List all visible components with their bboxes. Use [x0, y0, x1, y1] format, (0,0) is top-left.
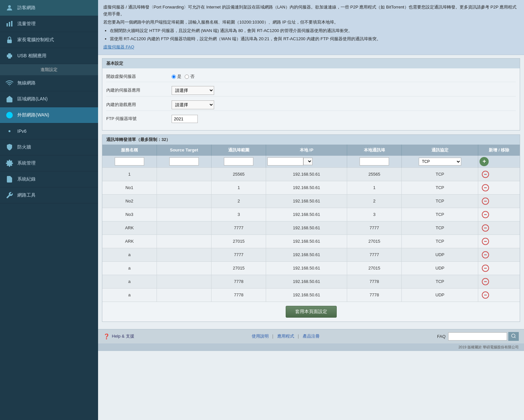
row-service: a [102, 275, 157, 288]
footer: ❓ Help & 支援 使用說明 ｜ 應用程式 ｜ 產品注冊 FAQ [98, 329, 524, 343]
info-desc2: 若您要為同一個網路中的用戶端指定埠範圍，請輸入服務名稱、埠範圍（10200:10… [103, 19, 519, 26]
footer-link-manual[interactable]: 使用說明 [252, 334, 269, 339]
new-local-port-input[interactable] [360, 157, 389, 166]
enable-yes-radio[interactable] [172, 75, 176, 79]
sidebar-item-sysadmin[interactable]: 系統管理 [0, 155, 98, 171]
sidebar-item-visitor-network[interactable]: 訪客網路 [0, 0, 98, 16]
row-port-range: 27015 [211, 261, 266, 275]
table-row: 1 25565 192.168.50.61 25565 TCP [102, 167, 520, 181]
enable-no-radio[interactable] [185, 75, 189, 79]
remove-rule-button[interactable] [481, 197, 490, 206]
sidebar-label: 防火牆 [17, 144, 31, 150]
sidebar-item-lan[interactable]: 區域網路(LAN) [0, 91, 98, 107]
sidebar-item-syslog[interactable]: 系統紀錄 [0, 171, 98, 187]
enable-yes-label: 是 [177, 74, 181, 79]
row-protocol: TCP [402, 181, 478, 194]
row-service: a [102, 261, 157, 275]
svg-rect-4 [7, 40, 12, 43]
enable-no-label: 否 [190, 74, 194, 79]
footer-search-button[interactable] [508, 332, 519, 341]
wifi-icon [5, 79, 14, 88]
remove-rule-button[interactable] [481, 223, 490, 233]
row-source [157, 167, 211, 181]
remove-rule-button[interactable] [481, 290, 490, 300]
new-service-input[interactable] [115, 157, 144, 166]
network-icon [5, 127, 14, 136]
table-row: No2 2 192.168.50.61 2 TCP [102, 194, 520, 208]
enable-yes-option[interactable]: 是 [172, 74, 181, 79]
new-protocol-select[interactable]: TCP UDP BOTH [419, 158, 461, 166]
input-row: ▼ TCP UDP BOTH [102, 156, 520, 168]
row-source [157, 194, 211, 208]
svg-rect-3 [11, 21, 12, 26]
new-port-range-input[interactable] [224, 157, 253, 166]
enable-no-option[interactable]: 否 [185, 74, 194, 79]
remove-rule-button[interactable] [481, 277, 490, 286]
table-row: ARK 27015 192.168.50.61 27015 TCP [102, 235, 520, 248]
sidebar-item-firewall[interactable]: 防火牆 [0, 139, 98, 155]
home-icon [5, 95, 14, 104]
sidebar-item-nettools[interactable]: 網路工具 [0, 187, 98, 203]
faq-link[interactable]: 虛擬伺服器 FAQ [103, 44, 134, 49]
col-service: 服務名稱 [102, 145, 157, 156]
builtin-server-select[interactable]: 請選擇 [172, 86, 214, 95]
col-action: 新增 / 移除 [478, 145, 520, 156]
footer-link-apps[interactable]: 應用程式 [277, 334, 294, 339]
sidebar-item-parental[interactable]: 家長電腦控制程式 [0, 32, 98, 48]
row-local-ip: 192.168.50.61 [266, 194, 347, 208]
row-local-port: 7777 [347, 248, 402, 261]
row-local-port: 7777 [347, 221, 402, 235]
row-source [157, 181, 211, 194]
builtin-game-label: 內建的遊戲應用 [106, 102, 172, 108]
builtin-game-select[interactable]: 請選擇 [172, 100, 214, 109]
sidebar-label: 外部網路(WAN) [17, 112, 49, 118]
sidebar-item-wireless[interactable]: 無線網路 [0, 75, 98, 91]
ftp-port-input[interactable] [172, 115, 198, 123]
svg-line-32 [515, 337, 516, 338]
lock-icon [5, 35, 14, 44]
remove-rule-button[interactable] [481, 237, 490, 246]
info-note2: 當使用 RT-AC1200 內建的 FTP 伺服器功能時，設定外網（WAN 端）… [110, 36, 519, 43]
main-content: 虛擬伺服器 / 通訊埠轉發〈Port Forwarding〉可允許在 Inter… [98, 0, 524, 420]
remove-rule-button[interactable] [481, 264, 490, 273]
info-box: 虛擬伺服器 / 通訊埠轉發〈Port Forwarding〉可允許在 Inter… [98, 0, 524, 55]
footer-search-input[interactable] [448, 332, 507, 341]
row-local-port: 2 [347, 194, 402, 208]
sidebar-item-ipv6[interactable]: IPv6 [0, 123, 98, 139]
row-service: ARK [102, 235, 157, 248]
footer-link-register[interactable]: 產品注冊 [303, 334, 320, 339]
table-row: a 7778 192.168.50.61 7778 UDP [102, 288, 520, 302]
col-local-ip: 本地 IP [266, 145, 347, 156]
sidebar-item-usb-apps[interactable]: USB 相關應用 [0, 48, 98, 64]
row-source [157, 275, 211, 288]
remove-rule-button[interactable] [481, 210, 490, 219]
sidebar-label: USB 相關應用 [17, 53, 46, 59]
remove-rule-button[interactable] [481, 250, 490, 259]
help-label: Help & 支援 [112, 333, 134, 339]
sidebar-item-wan[interactable]: 外部網路(WAN) [0, 107, 98, 123]
svg-point-31 [512, 334, 515, 338]
chart-icon [5, 19, 14, 28]
footer-search [448, 332, 519, 341]
new-local-ip-input[interactable] [267, 157, 303, 166]
table-row: No3 3 192.168.50.61 3 TCP [102, 208, 520, 221]
sidebar-label: 訪客網路 [17, 5, 36, 11]
apply-button[interactable]: 套用本頁面設定 [286, 306, 337, 318]
globe-icon [5, 111, 14, 120]
person-icon [5, 3, 14, 12]
row-service: a [102, 288, 157, 302]
row-protocol: TCP [402, 208, 478, 221]
row-service: ARK [102, 221, 157, 235]
remove-rule-button[interactable] [481, 183, 490, 192]
new-source-input[interactable] [169, 157, 199, 166]
basic-settings-box: 基本設定 開啟虛擬伺服器 是 [102, 58, 520, 131]
new-local-ip-dropdown[interactable]: ▼ [303, 158, 313, 165]
row-local-ip: 192.168.50.61 [266, 288, 347, 302]
ftp-port-label: FTP 伺服器埠號 [106, 116, 172, 122]
sidebar-item-traffic-mgmt[interactable]: 流量管理 [0, 16, 98, 32]
remove-rule-button[interactable] [481, 170, 490, 179]
row-service: No2 [102, 194, 157, 208]
sidebar-label: 區域網路(LAN) [17, 96, 48, 102]
add-rule-button[interactable]: + [480, 157, 489, 166]
search-icon [511, 333, 516, 339]
